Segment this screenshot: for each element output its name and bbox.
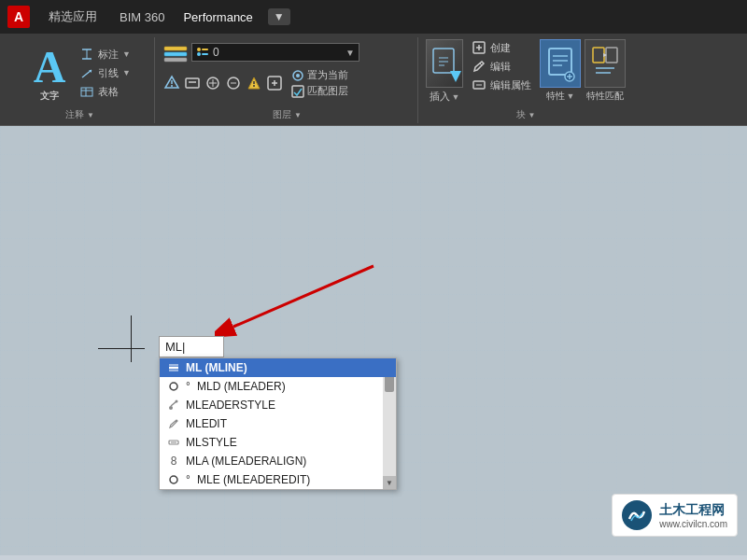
block-content: 插入 ▼ 创建 编辑 [426,39,626,106]
layer-tool-3[interactable] [204,74,222,92]
item-label-3: MLEDIT [186,417,227,430]
item-icon-3 [167,417,180,430]
insert-label: 插入 [430,90,450,104]
dropdown-item-1[interactable]: ° MLD (MLEADER) [160,377,396,396]
table-icon [79,84,94,99]
item-label-1: MLD (MLEADER) [197,380,286,393]
edit-button[interactable]: 编辑 [469,58,534,75]
insert-icon [426,39,463,88]
small-annotation-buttons: 标注 ▼ 引线 ▼ [77,46,134,100]
watermark-url: www.civilcn.com [659,519,727,529]
ribbon-group-layer: 0 ▼ [157,37,418,123]
dimension-icon [79,47,94,62]
layer-content: 0 ▼ [162,39,412,106]
properties-big[interactable]: 特性 ▼ [540,39,581,103]
annotation-group-label[interactable]: 注释 ▼ [65,106,94,121]
layer-tool-4[interactable] [224,74,243,92]
app-logo: A [7,6,30,28]
svg-point-65 [169,406,173,410]
block-group-label[interactable]: 块 ▼ [516,106,536,121]
canvas-area[interactable]: ML| ▲ ▼ ML (MLINE) ° MLD [0,126,747,555]
svg-line-43 [480,63,482,65]
svg-rect-46 [549,49,571,75]
crosshair-vertical [131,315,132,362]
item-icon-6 [167,473,180,486]
dimension-button[interactable]: 标注 ▼ [77,46,134,63]
layer-icons-row: 置为当前 匹配图层 [162,68,412,98]
layer-tool-6[interactable] [265,74,284,92]
titlebar-item-bim360[interactable]: BIM 360 [116,8,168,26]
block-action-buttons: 创建 编辑 编辑属性 [469,39,534,93]
svg-marker-42 [474,62,484,71]
svg-rect-8 [164,47,187,50]
layer-right-buttons: 置为当前 匹配图层 [291,68,348,98]
titlebar-item-performance[interactable]: Performance [183,10,252,24]
match-label: 特性匹配 [586,90,624,103]
layer-tool-1[interactable] [162,74,181,92]
layer-tool-2[interactable] [183,74,202,92]
command-input[interactable]: ML| [159,336,224,357]
svg-rect-10 [164,58,187,62]
item-label-4: MLSTYLE [186,436,237,449]
dropdown-item-5[interactable]: 8 MLA (MLEADERALIGN) [160,452,396,470]
svg-point-32 [296,74,300,77]
title-bar: A 精选应用 BIM 360 Performance ▼ [0,0,747,34]
table-button[interactable]: 表格 [77,83,134,100]
properties-icon-box [540,39,581,88]
text-button[interactable]: A 文字 [26,39,73,106]
svg-rect-18 [186,78,199,88]
svg-rect-14 [202,53,208,55]
dropdown-item-4[interactable]: MLSTYLE [160,433,396,452]
dropdown-item-0[interactable]: ML (MLINE) [160,358,396,377]
match-layer-button[interactable]: 匹配图层 [291,84,348,98]
item-icon-4 [167,436,180,449]
insert-arrow: ▼ [452,92,460,102]
item-icon-0 [167,361,180,374]
dropdown-item-3[interactable]: MLEDIT [160,414,396,433]
dropdown-item-2[interactable]: MLEADERSTYLE [160,396,396,414]
text-label: 文字 [40,91,59,101]
dropdown-item-6[interactable]: ° MLE (MLEADEREDIT) [160,470,396,489]
svg-line-69 [176,421,176,422]
watermark: 土木工程网 www.civilcn.com [612,494,738,537]
svg-point-13 [197,52,201,56]
cursor: | [182,340,185,354]
layer-tool-5[interactable] [245,74,263,92]
svg-point-64 [170,383,177,390]
svg-rect-34 [433,49,454,73]
svg-point-67 [176,400,178,403]
layer-row1: 0 ▼ [162,39,412,65]
leader-button[interactable]: 引线 ▼ [77,64,134,81]
titlebar-dropdown[interactable]: ▼ [268,8,290,25]
match-props: 特性 ▼ [540,39,626,103]
titlebar-item-jingxuan[interactable]: 精选应用 [45,7,101,27]
svg-rect-9 [164,52,187,56]
svg-rect-33 [292,86,303,97]
create-icon [472,40,486,55]
watermark-logo [622,500,652,530]
item-label-5: MLA (MLEADERALIGN) [186,455,306,468]
svg-point-17 [171,85,173,87]
annot-group: A 文字 标注 ▼ [26,39,134,106]
insert-block[interactable]: 插入 ▼ [426,39,463,104]
svg-point-72 [170,476,177,483]
ribbon-group-block: 插入 ▼ 创建 编辑 [420,37,631,123]
edit-icon [472,59,486,74]
ribbon: A 文字 标注 ▼ [0,34,747,126]
layer-dropdown[interactable]: 0 ▼ [191,43,359,62]
layer-props-btn[interactable] [162,39,189,65]
watermark-title: 土木工程网 [659,502,727,519]
block-dropdown-arrow: ▼ [529,111,536,119]
match-properties[interactable]: 特性匹配 [585,39,626,103]
command-dropdown[interactable]: ▲ ▼ ML (MLINE) ° MLD (MLEADER) [159,357,397,490]
set-current-button[interactable]: 置为当前 [291,68,348,82]
layer-group-label[interactable]: 图层 ▼ [273,106,302,121]
item-label-6: MLE (MLEADEREDIT) [197,473,310,486]
ribbon-content: A 文字 标注 ▼ [0,34,747,125]
svg-rect-5 [81,88,92,96]
svg-rect-12 [202,49,208,50]
svg-rect-53 [593,48,604,63]
match-icon-box [585,39,626,88]
edit-attr-button[interactable]: 编辑属性 [469,77,534,93]
create-button[interactable]: 创建 [469,39,534,56]
